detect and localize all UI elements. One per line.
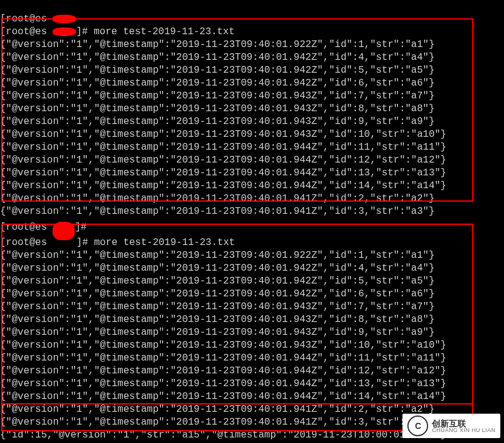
output-line: {"@version":"1","@timestamp":"2019-11-23… [0, 250, 435, 261]
output-line: {"@version":"1","@timestamp":"2019-11-23… [0, 353, 447, 364]
command-text: more test-2019-11-23.txt [94, 26, 234, 37]
prompt-suffix: ]# [76, 237, 94, 248]
redaction-mark [53, 15, 76, 23]
output-line: {"@version":"1","@timestamp":"2019-11-23… [0, 193, 435, 204]
output-line: {"@version":"1","@timestamp":"2019-11-23… [0, 142, 447, 153]
prompt-line-3: [root@es ]# more test-2019-11-23.txt [0, 237, 235, 248]
output-line: {"@version":"1","@timestamp":"2019-11-23… [0, 327, 435, 338]
output-line: {"@version":"1","@timestamp":"2019-11-23… [0, 78, 435, 89]
output-line: {"@version":"1","@timestamp":"2019-11-23… [0, 340, 447, 351]
output-line: {"id":15,"@version":"1","str":"a15","@ti… [0, 430, 447, 441]
output-line: {"@version":"1","@timestamp":"2019-11-23… [0, 314, 435, 325]
prompt-prefix: [root@es [0, 26, 53, 37]
output-line: {"@version":"1","@timestamp":"2019-11-23… [0, 155, 447, 166]
output-line: {"@version":"1","@timestamp":"2019-11-23… [0, 263, 435, 274]
watermark: C 创新互联 CHUANG XIN HU LIAN [402, 414, 500, 438]
prompt-prefix: [root@es [0, 237, 53, 248]
watermark-cn: 创新互联 [432, 419, 495, 428]
output-line: {"@version":"1","@timestamp":"2019-11-23… [0, 90, 435, 101]
output-line: {"@version":"1","@timestamp":"2019-11-23… [0, 39, 435, 50]
watermark-text: 创新互联 CHUANG XIN HU LIAN [432, 419, 495, 433]
output-line: {"@version":"1","@timestamp":"2019-11-23… [0, 180, 447, 191]
prompt-line-2: [root@es ]# [0, 222, 92, 233]
output-line: {"@version":"1","@timestamp":"2019-11-23… [0, 103, 435, 114]
output-line: {"@version":"1","@timestamp":"2019-11-23… [0, 276, 435, 287]
redaction-mark [53, 27, 76, 36]
prompt-line-1: [root@es ]# more test-2019-11-23.txt [0, 26, 235, 37]
prompt-prefix: [root@es [0, 222, 53, 233]
output-line: {"@version":"1","@timestamp":"2019-11-23… [0, 206, 435, 217]
output-line: {"@version":"1","@timestamp":"2019-11-23… [0, 301, 435, 312]
redaction-mark [53, 222, 75, 240]
prompt-line-0: [root@es [0, 13, 76, 24]
output-line: {"@version":"1","@timestamp":"2019-11-23… [0, 65, 435, 76]
prompt-suffix: ]# [76, 26, 94, 37]
output-line: {"@version":"1","@timestamp":"2019-11-23… [0, 378, 447, 389]
output-line: {"@version":"1","@timestamp":"2019-11-23… [0, 417, 435, 428]
output-line: {"@version":"1","@timestamp":"2019-11-23… [0, 167, 447, 178]
output-line: {"@version":"1","@timestamp":"2019-11-23… [0, 116, 435, 127]
terminal[interactable]: [root@es [root@es ]# more test-2019-11-2… [0, 0, 504, 443]
prompt-prefix: [root@es [0, 13, 53, 24]
output-line: {"@version":"1","@timestamp":"2019-11-23… [0, 288, 435, 299]
command-text: more test-2019-11-23.txt [94, 237, 235, 248]
output-line: {"@version":"1","@timestamp":"2019-11-23… [0, 391, 447, 402]
output-line: {"@version":"1","@timestamp":"2019-11-23… [0, 129, 447, 140]
prompt-suffix: ]# [75, 222, 92, 233]
output-line: {"@version":"1","@timestamp":"2019-11-23… [0, 52, 435, 63]
output-line: {"@version":"1","@timestamp":"2019-11-23… [0, 365, 447, 376]
watermark-en: CHUANG XIN HU LIAN [432, 428, 495, 433]
output-line: {"@version":"1","@timestamp":"2019-11-23… [0, 404, 435, 415]
watermark-logo-icon: C [407, 416, 428, 436]
